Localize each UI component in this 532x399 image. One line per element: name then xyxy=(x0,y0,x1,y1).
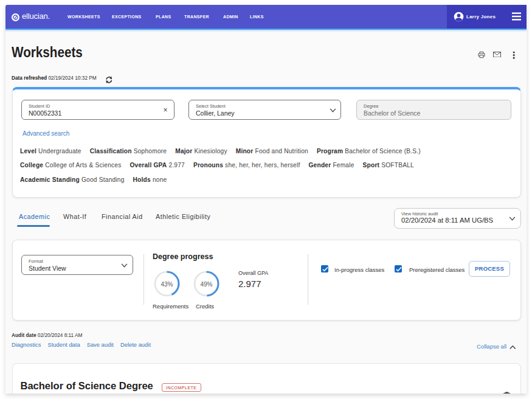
svg-text:43%: 43% xyxy=(161,281,173,288)
svg-text:49%: 49% xyxy=(200,281,212,288)
